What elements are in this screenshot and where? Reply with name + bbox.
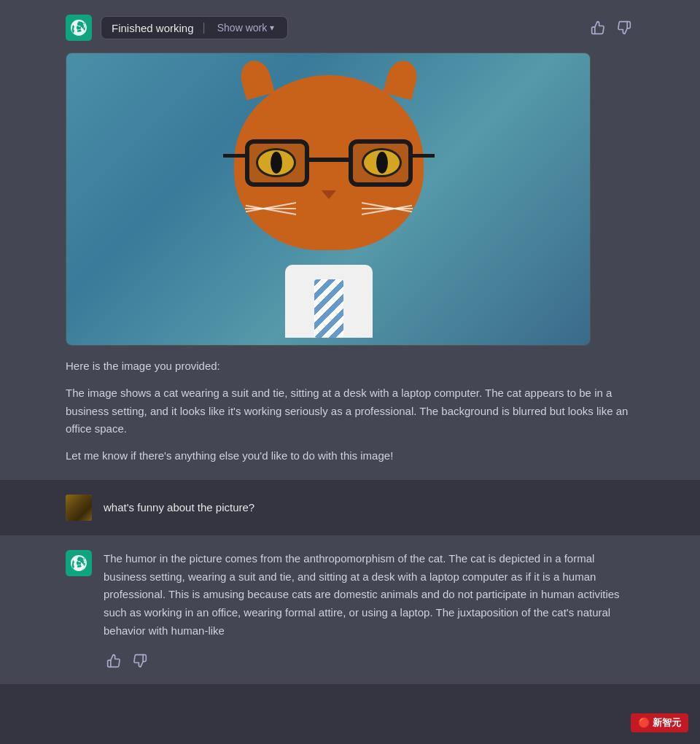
thumbs-down-2-icon: [133, 654, 147, 668]
assistant-description-text: The image shows a cat wearing a suit and…: [66, 384, 634, 438]
watermark-text: 🔴 新智元: [638, 717, 681, 728]
thumbs-up-icon: [591, 20, 605, 35]
assistant-block-2: The humor in the picture comes from the …: [0, 535, 700, 684]
status-pill[interactable]: Finished working | Show work ▾: [101, 16, 288, 39]
thumbs-up-button[interactable]: [588, 19, 608, 36]
thumbs-up-button-2[interactable]: [104, 652, 124, 670]
cat-image-wrapper: [66, 53, 591, 346]
collar-tie: [314, 279, 343, 338]
assistant-intro-text: Here is the image you provided:: [66, 357, 634, 376]
thumbs-down-button-2[interactable]: [130, 652, 150, 670]
thumbs-down-button[interactable]: [614, 19, 634, 36]
thumbs-down-icon: [617, 20, 631, 35]
glasses-arm-left: [223, 154, 245, 158]
user-block: what's funny about the picture?: [0, 480, 700, 535]
whiskers-left: [245, 198, 296, 220]
show-work-label: Show work: [217, 22, 267, 34]
cat-head: [234, 75, 424, 250]
assistant-outro-text: Let me know if there's anything else you…: [66, 447, 634, 465]
user-message-text: what's funny about the picture?: [104, 495, 254, 517]
whiskers-right: [362, 198, 413, 220]
user-avatar-image: [66, 495, 92, 521]
thumbs-up-2-icon: [106, 654, 121, 668]
show-work-button[interactable]: Show work ▾: [214, 22, 277, 34]
cat-eyes: [256, 148, 402, 177]
cat-eye-left: [256, 148, 296, 177]
assistant-content-2: The humor in the picture comes from the …: [104, 550, 634, 670]
user-avatar: [66, 495, 92, 521]
assistant-response-2-text: The humor in the picture comes from the …: [104, 550, 634, 640]
feedback-icons-2: [104, 652, 634, 670]
glasses-arm-right: [413, 154, 435, 158]
chat-container: Finished working | Show work ▾: [0, 0, 700, 684]
cat-eye-right: [362, 148, 402, 177]
cat-image: [66, 53, 591, 345]
assistant-block-1: Finished working | Show work ▾: [0, 0, 700, 480]
status-text: Finished working: [112, 22, 194, 34]
cat-nose: [322, 190, 336, 199]
assistant-header: Finished working | Show work ▾: [66, 15, 634, 41]
chevron-down-icon: ▾: [270, 23, 274, 33]
chatgpt-avatar-icon: [66, 15, 92, 41]
watermark: 🔴 新智元: [631, 713, 688, 732]
user-inner: what's funny about the picture?: [51, 495, 649, 521]
feedback-icons: [588, 19, 634, 36]
svg-rect-1: [66, 550, 92, 576]
chatgpt-avatar-2-icon: [66, 550, 92, 576]
cat-illustration: [198, 61, 460, 338]
assistant-inner-2: The humor in the picture comes from the …: [51, 550, 649, 670]
cat-collar: [249, 250, 409, 338]
assistant-header-left: Finished working | Show work ▾: [66, 15, 288, 41]
svg-rect-0: [66, 15, 92, 41]
